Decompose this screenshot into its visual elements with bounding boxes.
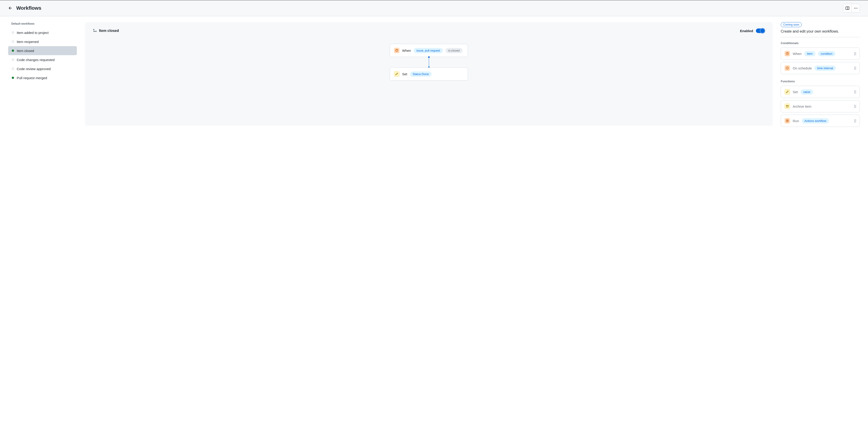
status-dot xyxy=(12,50,14,52)
enabled-label: Enabled xyxy=(740,29,753,33)
palette-item[interactable]: Archive item xyxy=(781,100,860,112)
palette-item[interactable]: On scheduletime interval xyxy=(781,62,860,74)
sidebar-item-label: Code review approved xyxy=(17,67,51,71)
drag-handle-icon xyxy=(854,67,856,70)
palette-item-label: Set xyxy=(793,90,798,94)
panel-button[interactable] xyxy=(843,4,851,12)
drag-handle-icon xyxy=(854,52,856,55)
status-dot xyxy=(12,40,14,43)
play-icon xyxy=(784,118,790,123)
sidebar-item[interactable]: Item added to project xyxy=(8,28,77,37)
sidebar-list: Item added to projectItem reopenedItem c… xyxy=(8,28,77,82)
functions-heading: Functions xyxy=(781,80,860,83)
svg-point-2 xyxy=(854,8,855,8)
sidebar-heading: Default workflows xyxy=(8,22,77,25)
conditionals-heading: Conditionals xyxy=(781,41,860,45)
kebab-icon xyxy=(854,6,858,10)
palette-item-label: When xyxy=(793,52,802,56)
panel-icon xyxy=(845,6,849,10)
sidebar-item[interactable]: Item reopened xyxy=(8,37,77,46)
sidebar-item-label: Item reopened xyxy=(17,40,39,43)
set-pill-value: Status:Done xyxy=(410,71,432,77)
canvas-title-group: Item closed xyxy=(93,29,119,33)
palette-pill: item xyxy=(804,51,815,56)
when-label: When xyxy=(402,49,411,53)
canvas-header: Item closed Enabled xyxy=(93,29,765,33)
status-dot xyxy=(12,59,14,61)
palette: Coming soon Create and edit your own wor… xyxy=(781,22,860,132)
set-node[interactable]: Set Status:Done xyxy=(390,67,468,81)
arrow-left-icon xyxy=(8,6,13,10)
svg-point-4 xyxy=(857,8,857,8)
palette-pill: Actions workflow xyxy=(802,118,829,123)
palette-pill: time interval xyxy=(814,65,836,71)
palette-item-label: On schedule xyxy=(793,66,812,70)
palette-item[interactable]: RunActions workflow xyxy=(781,115,860,127)
question-icon xyxy=(394,48,399,53)
drag-handle-icon xyxy=(854,105,856,108)
sidebar-item-label: Item added to project xyxy=(17,31,49,35)
coming-soon-badge: Coming soon xyxy=(781,22,802,27)
sidebar-item[interactable]: Item closed xyxy=(8,46,77,55)
conditionals-group: WhenitemconditionOn scheduletime interva… xyxy=(781,48,860,74)
canvas-right: Enabled xyxy=(740,29,765,33)
top-bar-right xyxy=(843,4,860,12)
palette-item[interactable]: Whenitemcondition xyxy=(781,48,860,60)
back-button[interactable] xyxy=(8,6,13,10)
divider xyxy=(781,37,860,37)
status-dot xyxy=(12,77,14,79)
workflow-canvas: Item closed Enabled When issue, pull req… xyxy=(85,22,773,126)
canvas-title: Item closed xyxy=(99,29,119,33)
more-button[interactable] xyxy=(851,4,860,12)
svg-rect-0 xyxy=(846,7,849,9)
drag-handle-icon xyxy=(854,90,856,93)
sidebar: Default workflows Item added to projectI… xyxy=(8,22,77,82)
toggle-knob xyxy=(760,28,765,33)
sidebar-item[interactable]: Pull request merged xyxy=(8,73,77,82)
status-dot xyxy=(12,31,14,34)
palette-item[interactable]: Setvalue xyxy=(781,86,860,98)
palette-pill: value xyxy=(801,89,813,94)
sidebar-item[interactable]: Code review approved xyxy=(8,64,77,73)
top-bar: Workflows xyxy=(0,0,868,16)
svg-point-3 xyxy=(855,8,856,8)
palette-pill: condition xyxy=(818,51,835,56)
page-title: Workflows xyxy=(16,5,41,11)
question-icon xyxy=(784,51,790,56)
sidebar-item[interactable]: Code changes requested xyxy=(8,55,77,64)
sidebar-item-label: Item closed xyxy=(17,49,34,53)
svg-point-8 xyxy=(787,54,787,55)
palette-description: Create and edit your own workflows. xyxy=(781,29,860,33)
pencil-icon xyxy=(394,71,399,77)
enabled-toggle[interactable] xyxy=(756,29,765,33)
flow: When issue, pull request is:closed Set S… xyxy=(93,44,765,81)
sidebar-item-label: Pull request merged xyxy=(17,76,47,80)
clock-icon xyxy=(784,65,790,71)
status-dot xyxy=(12,68,14,70)
palette-item-label: Archive item xyxy=(793,105,811,108)
sidebar-item-label: Code changes requested xyxy=(17,58,55,62)
pencil-icon xyxy=(784,89,790,94)
when-node[interactable]: When issue, pull request is:closed xyxy=(390,44,468,57)
functions-group: SetvalueArchive itemRunActions workflow xyxy=(781,86,860,127)
palette-item-label: Run xyxy=(793,119,799,123)
set-label: Set xyxy=(402,72,407,76)
drag-handle-icon xyxy=(854,119,856,122)
content: Default workflows Item added to projectI… xyxy=(0,16,868,138)
when-pill-filter: is:closed xyxy=(445,48,463,53)
archive-icon xyxy=(784,104,790,109)
when-pill-items: issue, pull request xyxy=(414,48,443,53)
top-bar-left: Workflows xyxy=(8,5,41,11)
workflow-icon xyxy=(93,29,97,33)
svg-rect-10 xyxy=(786,106,789,106)
